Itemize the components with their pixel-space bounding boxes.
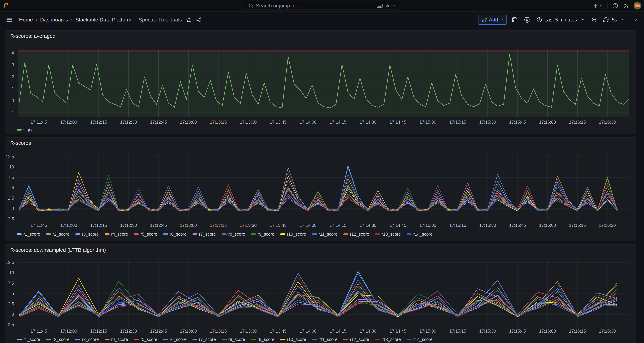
plus-icon [593, 3, 598, 9]
y-tick-label: 0 [6, 98, 14, 103]
x-tick-label: 17:14:30 [354, 223, 382, 228]
legend-item-r9_score[interactable]: r9_score [251, 232, 274, 237]
legend-item-r8_score[interactable]: r8_score [222, 232, 245, 237]
x-tick-label: 17:14:45 [384, 329, 412, 334]
refresh-button[interactable]: 5s [602, 16, 624, 24]
panel-rscores-downsampled: R-scores: downsampled (LTTB algorithm) 1… [6, 244, 636, 343]
legend-label: r4_score [111, 337, 128, 342]
news-button[interactable] [623, 3, 629, 9]
search-shortcut-label: ctrl+k [384, 3, 396, 9]
chart-canvas[interactable] [18, 50, 629, 117]
legend-swatch [105, 233, 110, 235]
dashboard-settings-button[interactable] [523, 16, 531, 24]
panel-title[interactable]: R-scores: downsampled (LTTB algorithm) [10, 247, 106, 253]
legend-item-r7_score[interactable]: r7_score [192, 337, 216, 342]
legend-item-r10_score[interactable]: r10_score [280, 232, 306, 237]
legend-swatch [192, 339, 197, 340]
x-tick-label: 17:12:30 [115, 223, 142, 228]
chevron-up-icon [634, 17, 639, 22]
legend-item-r12_score[interactable]: r12_score [343, 232, 369, 237]
legend-item-r6_score[interactable]: r6_score [163, 337, 186, 342]
chart-canvas[interactable] [18, 260, 629, 326]
legend-item-r6_score[interactable]: r6_score [163, 232, 186, 237]
y-tick-label: 5 [6, 185, 14, 190]
legend-swatch [407, 339, 412, 340]
top-nav-bar: ctrl+k [0, 0, 644, 12]
time-range-label: Last 5 minutes [544, 17, 577, 23]
legend-swatch [312, 233, 317, 235]
legend-item-r10_score[interactable]: r10_score [280, 337, 306, 342]
x-tick-label: 17:12:30 [115, 120, 142, 125]
legend-item-r13_score[interactable]: r13_score [375, 232, 401, 237]
time-range-picker[interactable]: Last 5 minutes [535, 16, 586, 24]
new-menu-button[interactable] [593, 3, 603, 9]
x-tick-label: 17:12:45 [144, 120, 172, 125]
legend-item-r11_score[interactable]: r11_score [312, 337, 338, 342]
x-tick-label: 17:14:15 [324, 329, 352, 334]
help-button[interactable] [612, 3, 618, 9]
dashboard-toolbar: Home Dashboards Stackable Data Platform … [0, 12, 644, 28]
legend-swatch [280, 233, 285, 235]
legend-item-r4_score[interactable]: r4_score [105, 337, 128, 342]
legend-swatch [192, 233, 197, 235]
refresh-icon [603, 17, 609, 23]
x-tick-label: 17:13:00 [174, 223, 202, 228]
share-button[interactable] [196, 17, 202, 23]
y-tick-label: 2.5 [6, 301, 14, 306]
legend-label: r8_score [228, 232, 245, 237]
y-tick-label: 2.5 [6, 196, 14, 201]
legend-item-r1_score[interactable]: r1_score [17, 337, 40, 342]
legend: r1_scorer2_scorer3_scorer4_scorer5_score… [17, 337, 633, 342]
search-box[interactable]: ctrl+k [245, 2, 399, 10]
legend-label: r7_score [199, 232, 216, 237]
legend-item-r7_score[interactable]: r7_score [192, 232, 216, 237]
legend-item-r3_score[interactable]: r3_score [76, 232, 99, 237]
x-tick-label: 17:13:45 [264, 329, 292, 334]
legend-item-r9_score[interactable]: r9_score [251, 337, 274, 342]
legend-item-r5_score[interactable]: r5_score [134, 337, 157, 342]
legend-item-r14_score[interactable]: r14_score [407, 232, 432, 237]
breadcrumb-dashboards[interactable]: Dashboards [40, 17, 74, 23]
legend-item-r2_score[interactable]: r2_score [46, 337, 69, 342]
legend-item-r11_score[interactable]: r11_score [312, 232, 338, 237]
legend-item-r3_score[interactable]: r3_score [76, 337, 99, 342]
save-dashboard-button[interactable] [511, 16, 519, 24]
grafana-logo-icon[interactable] [3, 2, 10, 9]
zoom-out-button[interactable] [590, 16, 598, 24]
legend-swatch [46, 339, 51, 340]
legend-label: r7_score [199, 337, 216, 342]
legend-item-r14_score[interactable]: r14_score [407, 337, 432, 342]
add-panel-button[interactable]: Add [478, 15, 506, 25]
panel-title[interactable]: R-scores [10, 140, 31, 146]
x-tick-label: 17:15:45 [504, 329, 532, 334]
legend-item-r4_score[interactable]: r4_score [105, 232, 128, 237]
legend-item-r2_score[interactable]: r2_score [46, 232, 69, 237]
legend-swatch [251, 339, 256, 340]
legend-label: r6_score [170, 337, 186, 342]
legend-label: r10_score [287, 337, 306, 342]
legend-item-r12_score[interactable]: r12_score [343, 337, 369, 342]
chart-canvas[interactable] [18, 154, 629, 221]
x-tick-label: 17:16:15 [564, 223, 591, 228]
legend-label: r12_score [350, 337, 369, 342]
legend-item-r13_score[interactable]: r13_score [375, 337, 401, 342]
panel-title[interactable]: R-scores: averaged [10, 33, 56, 39]
x-tick-label: 17:12:15 [85, 120, 112, 125]
panel-rscores: R-scores 12.5107.552.50-2.5 17:11:4517:1… [6, 138, 636, 241]
legend-swatch [76, 233, 80, 235]
collapse-topbar-button[interactable] [633, 16, 640, 23]
legend-item-signal[interactable]: signal [17, 127, 34, 132]
favorite-button[interactable] [186, 17, 192, 23]
breadcrumb-home[interactable]: Home [19, 17, 39, 23]
legend-swatch [76, 339, 80, 340]
x-tick-label: 17:16:15 [564, 329, 591, 334]
x-tick-label: 17:15:30 [474, 329, 502, 334]
legend-item-r8_score[interactable]: r8_score [222, 337, 245, 342]
x-axis: 17:11:4517:12:0017:12:1517:12:3017:12:45… [18, 223, 629, 229]
legend-item-r1_score[interactable]: r1_score [17, 232, 40, 237]
menu-button[interactable] [6, 17, 12, 23]
user-avatar[interactable] [634, 2, 641, 10]
legend-item-r5_score[interactable]: r5_score [134, 232, 157, 237]
breadcrumb-folder[interactable]: Stackable Data Platform [76, 17, 137, 23]
search-input[interactable] [256, 3, 375, 9]
